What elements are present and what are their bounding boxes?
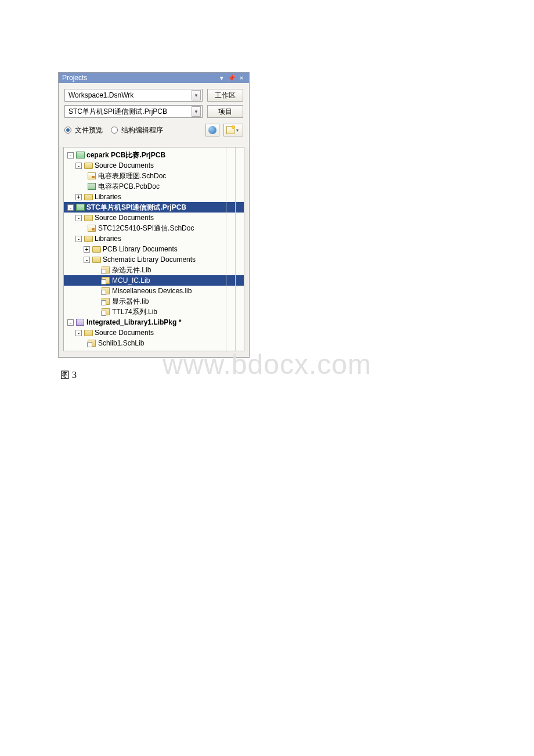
library-icon [101,297,110,305]
tree-label: TTL74系列.Lib [112,307,157,317]
tree-file[interactable]: 电容表PCB.PcbDoc [64,181,244,192]
tree-project[interactable]: - cepark PCB比赛.PrjPCB [64,150,244,160]
folder-icon [92,255,101,264]
library-icon [101,287,110,295]
tree-folder[interactable]: - Source Documents [64,213,244,223]
library-icon [101,266,110,274]
tree-project-active[interactable]: - STC单片机SPI通信测试.PrjPCB [64,202,244,213]
folder-icon [84,329,93,337]
pcb-icon [87,182,96,190]
project-icon [75,151,85,159]
project-value: STC单片机SPI通信测试.PrjPCB [68,107,192,117]
tree-file[interactable]: Miscellaneous Devices.lib [64,286,244,296]
tree-label: Libraries [95,193,121,201]
collapse-icon[interactable]: - [84,257,90,263]
tree-folder[interactable]: - Schematic Library Documents [64,254,244,265]
tree-file[interactable]: 显示器件.lib [64,296,244,307]
tree-label: STC单片机SPI通信测试.PrjPCB [86,203,186,213]
radio-file-preview[interactable] [64,127,71,134]
tree-label: PCB Library Documents [103,245,178,253]
chevron-down-icon: ▼ [236,128,240,132]
tree-column-divider [235,147,236,351]
expand-icon[interactable]: + [84,246,90,253]
library-icon [101,276,110,285]
tree-project[interactable]: - Integrated_Library1.LibPkg * [64,317,244,327]
collapse-icon[interactable]: - [67,204,74,211]
collapse-icon[interactable]: - [75,215,82,221]
folder-icon [84,214,93,222]
tree-label: 显示器件.lib [112,297,149,307]
tree-label: 电容表PCB.PcbDoc [98,182,160,192]
schematic-icon [87,224,96,232]
panel-controls: Workspace1.DsnWrk ▼ 工作区 STC单片机SPI通信测试.Pr… [59,83,249,147]
project-icon [75,203,85,211]
tree-label: MCU_IC.Lib [112,276,150,285]
chevron-down-icon[interactable]: ▼ [192,106,201,117]
tree-file-selected[interactable]: MCU_IC.Lib [64,275,244,286]
collapse-icon[interactable]: - [75,236,82,242]
new-doc-button[interactable]: ▼ [223,124,243,136]
tree-folder[interactable]: + PCB Library Documents [64,244,244,254]
collapse-icon[interactable]: - [75,163,82,169]
project-combo[interactable]: STC单片机SPI通信测试.PrjPCB ▼ [64,105,203,118]
tree-label: Integrated_Library1.LibPkg * [86,318,181,326]
pin-icon[interactable]: 📌 [228,74,236,82]
project-button[interactable]: 项目 [207,105,243,118]
collapse-icon[interactable]: - [67,319,74,326]
tree-label: 电容表原理图.SchDoc [98,171,166,181]
tree-file[interactable]: TTL74系列.Lib [64,307,244,317]
globe-icon [208,126,217,134]
folder-icon [84,235,93,243]
radio-file-preview-label: 文件预览 [75,125,103,135]
tree-label: Schematic Library Documents [103,255,196,264]
tree-label: Source Documents [95,214,154,222]
tree-column-divider [226,147,226,351]
tree-label: Source Documents [95,329,154,337]
titlebar-buttons: ▾ 📌 × [218,74,246,82]
watermark-text: www.bdocx.com [163,348,371,380]
expand-icon[interactable]: + [75,194,82,200]
close-icon[interactable]: × [237,74,246,82]
tree-folder[interactable]: - Libraries [64,233,244,244]
project-tree: - cepark PCB比赛.PrjPCB - Source Documents… [63,147,244,351]
tree-label: Libraries [95,235,121,243]
collapse-icon[interactable]: - [75,330,82,336]
figure-caption: 图 3 [60,369,77,381]
collapse-icon[interactable]: - [67,152,74,159]
library-icon [87,339,96,347]
tree-folder[interactable]: - Source Documents [64,160,244,171]
radio-structure-editor[interactable] [111,127,118,134]
folder-icon [84,161,93,170]
folder-icon [92,245,101,253]
new-document-icon [226,126,234,134]
tree-label: Schlib1.SchLib [98,339,144,347]
tree-folder[interactable]: + Libraries [64,192,244,202]
panel-title: Projects [62,74,218,82]
panel-titlebar[interactable]: Projects ▾ 📌 × [59,73,249,83]
library-icon [101,308,110,316]
tree-label: Miscellaneous Devices.lib [112,287,192,295]
dropdown-icon[interactable]: ▾ [218,74,226,82]
tree-file[interactable]: 电容表原理图.SchDoc [64,171,244,181]
tree-file[interactable]: 杂选元件.Lib [64,265,244,275]
workspace-button[interactable]: 工作区 [207,89,243,102]
projects-panel: Projects ▾ 📌 × Workspace1.DsnWrk ▼ 工作区 S… [58,72,250,358]
radio-structure-editor-label: 结构编辑程序 [121,125,163,135]
tree-file[interactable]: Schlib1.SchLib [64,338,244,348]
tree-folder[interactable]: - Source Documents [64,327,244,338]
workspace-combo[interactable]: Workspace1.DsnWrk ▼ [64,89,203,102]
home-button[interactable] [205,124,219,136]
tree-label: cepark PCB比赛.PrjPCB [86,150,165,160]
tree-label: STC12C5410-SPI通信.SchDoc [98,224,194,233]
schematic-icon [87,172,96,180]
package-icon [75,318,85,326]
folder-icon [84,193,93,201]
workspace-value: Workspace1.DsnWrk [68,91,192,99]
tree-file[interactable]: STC12C5410-SPI通信.SchDoc [64,223,244,233]
tree-label: 杂选元件.Lib [112,265,151,275]
tree-label: Source Documents [95,161,154,170]
chevron-down-icon[interactable]: ▼ [192,90,201,100]
